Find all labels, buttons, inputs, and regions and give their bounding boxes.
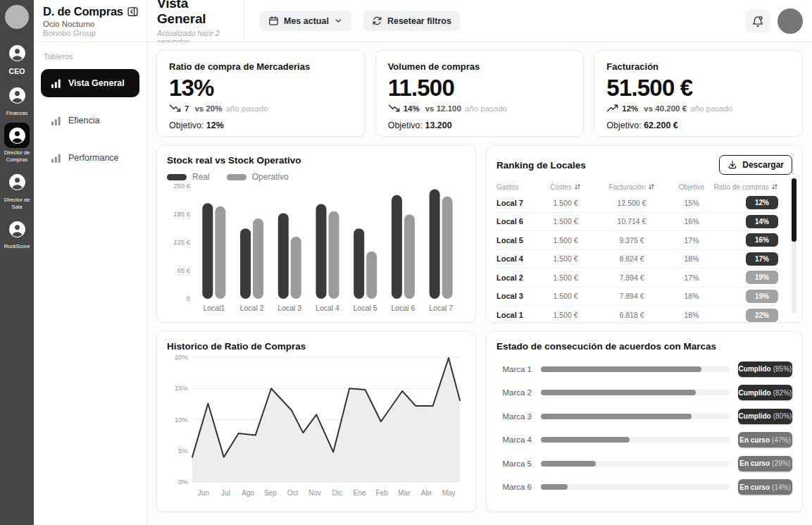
rail-item[interactable]: CEO — [1, 40, 33, 77]
download-icon — [727, 160, 737, 170]
rail-item[interactable]: RockScore — [1, 216, 33, 250]
table-scrollbar-track[interactable] — [792, 178, 797, 314]
rail-item-label: CEO — [9, 67, 25, 77]
table-row[interactable]: Local 6 1.500 € 10.714 € 16% 14% — [496, 213, 778, 232]
kpi-objective-label: Objetivo: — [388, 121, 423, 130]
cell-costes: 1.500 € — [537, 199, 594, 207]
marca-status: Cumplido — [739, 365, 771, 373]
column-header[interactable]: Facturación — [594, 183, 670, 191]
sidebar-menu-item[interactable]: Vista General — [41, 69, 139, 97]
rail-item-label: Finanzas — [6, 110, 27, 117]
svg-text:Local 5: Local 5 — [354, 304, 377, 312]
cell-facturacion: 10.714 € — [594, 217, 670, 226]
sidebar-title: D. de Compras — [43, 5, 123, 18]
bar-chart-icon — [51, 153, 61, 163]
cell-local: Local 1 — [496, 311, 537, 319]
marca-progress-track — [541, 414, 730, 419]
ratio-badge: 16% — [746, 233, 778, 247]
cell-costes: 1.500 € — [537, 254, 594, 263]
kpi-objective-value: 62.200 € — [644, 121, 678, 130]
sidebar-menu: Vista General Efiencia Performance — [41, 69, 139, 172]
column-header[interactable]: Costes — [537, 183, 594, 191]
kpi-title: Facturación — [606, 61, 790, 72]
kpi-vs-note: año pasado — [690, 104, 732, 113]
rail-item[interactable]: Director de Sala — [1, 170, 33, 211]
svg-text:5%: 5% — [178, 447, 188, 455]
table-row[interactable]: Local 1 1.500 € 6.818 € 18% 22% — [496, 306, 778, 325]
reset-filters-button[interactable]: Resetear filtros — [363, 11, 460, 31]
kpi-objective-value: 12% — [206, 121, 224, 130]
period-filter-button[interactable]: Mes actual — [260, 11, 351, 31]
ratio-badge: 19% — [746, 290, 778, 303]
marca-status: En curso — [739, 483, 770, 491]
topbar: Vista General Actualizado hace 2 segundo… — [147, 0, 812, 42]
marca-row: Marca 6 En curso(14%) — [496, 476, 792, 500]
cell-costes: 1.500 € — [537, 292, 594, 300]
sort-icon — [771, 183, 778, 190]
marca-status-badge: Cumplido(82%) — [738, 385, 792, 400]
rail-item[interactable]: Finanzas — [1, 83, 33, 117]
sidebar-collapse-icon[interactable] — [127, 6, 139, 18]
svg-text:Local1: Local1 — [203, 304, 225, 312]
legend-label: Operativo — [252, 172, 289, 182]
svg-text:Nov: Nov — [308, 489, 321, 497]
bar-chart-icon — [51, 78, 61, 89]
svg-text:185 €: 185 € — [173, 210, 190, 218]
cell-objetivo: 15% — [670, 199, 713, 207]
cell-costes: 1.500 € — [537, 311, 594, 319]
cell-objetivo: 18% — [670, 292, 713, 300]
marca-progress-track — [541, 366, 730, 372]
marca-status: Cumplido — [739, 412, 771, 420]
svg-text:Abr: Abr — [421, 489, 432, 497]
sidebar-header: D. de Compras Ocio Nocturno Bonobo Group — [34, 0, 146, 42]
cell-facturacion: 7.894 € — [594, 292, 670, 300]
marca-status-badge: Cumplido(80%) — [738, 409, 792, 424]
sidebar-menu-item[interactable]: Efiencia — [41, 106, 139, 135]
column-header: Objetivo — [670, 183, 713, 191]
rail-item[interactable]: Director de Compras — [1, 123, 33, 163]
marca-pct: (80%) — [773, 412, 792, 420]
cell-costes: 1.500 € — [537, 273, 594, 282]
table-scrollbar-thumb[interactable] — [792, 178, 797, 242]
sort-icon — [648, 183, 655, 190]
table-row[interactable]: Local 4 1.500 € 8.824 € 18% 17% — [496, 250, 778, 269]
svg-text:125 €: 125 € — [173, 238, 190, 246]
bell-icon — [751, 15, 764, 27]
marca-progress-fill — [541, 414, 692, 419]
stock-chart-title: Stock real vs Stock Operativo — [167, 155, 466, 166]
svg-text:Jun: Jun — [198, 489, 209, 497]
calendar-icon — [268, 16, 279, 26]
ratio-history-title: Historico de Ratio de Compras — [167, 341, 466, 352]
kpi-title: Volumen de compras — [388, 61, 572, 72]
kpi-vs-note: año pasado — [465, 104, 507, 113]
marcas-title: Estado de consecución de acuerdos con Ma… — [496, 341, 792, 352]
download-label: Descargar — [742, 160, 784, 170]
menu-item-label: Performance — [68, 153, 119, 163]
kpi-objective-value: 13.200 — [425, 121, 451, 130]
svg-text:15%: 15% — [175, 384, 189, 392]
svg-text:Jul: Jul — [221, 489, 230, 497]
cell-costes: 1.500 € — [537, 236, 594, 245]
user-avatar[interactable] — [777, 8, 803, 34]
table-row[interactable]: Local 7 1.500 € 12.500 € 15% 12% — [496, 194, 778, 213]
cell-local: Local 5 — [496, 236, 537, 245]
download-button[interactable]: Descargar — [719, 155, 792, 175]
table-row[interactable]: Local 3 1.500 € 7.894 € 18% 19% — [496, 288, 778, 307]
marca-label: Marca 5 — [496, 459, 532, 468]
column-header-label: Costes — [550, 183, 572, 191]
column-header[interactable]: Ratio de compras — [713, 183, 778, 191]
sidebar-menu-item[interactable]: Performance — [41, 144, 139, 172]
cell-objetivo: 16% — [670, 217, 713, 226]
legend-label: Real — [192, 172, 210, 182]
table-row[interactable]: Local 5 1.500 € 9.375 € 17% 16% — [496, 231, 778, 250]
table-row[interactable]: Local 2 1.500 € 7.894 € 17% 19% — [496, 268, 778, 288]
user-circle-icon — [4, 216, 30, 242]
rail-item-label: RockScore — [4, 243, 30, 250]
notifications-button[interactable] — [746, 9, 770, 33]
kpi-delta: 12% vs 40.200 € año pasado — [606, 102, 790, 114]
page-title-block: Vista General Actualizado hace 2 segundo… — [147, 0, 244, 42]
refresh-icon — [372, 16, 382, 26]
marca-label: Marca 1 — [496, 365, 532, 373]
ratio-badge: 14% — [746, 215, 778, 228]
menu-item-label: Efiencia — [68, 116, 99, 125]
